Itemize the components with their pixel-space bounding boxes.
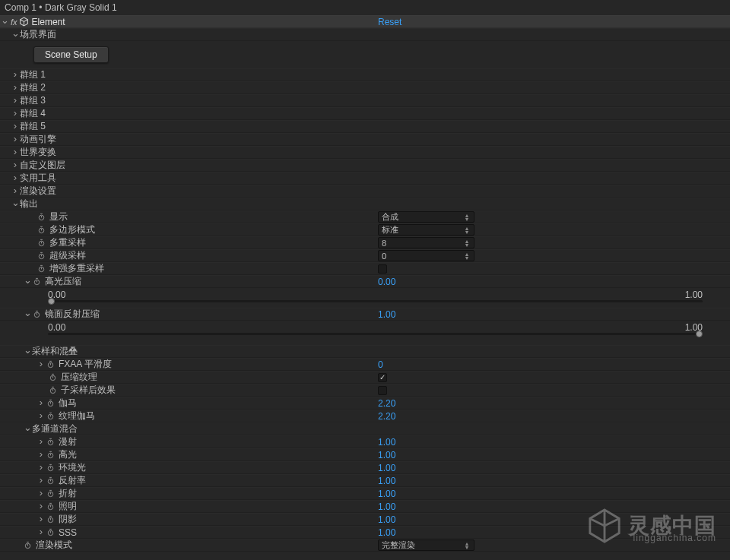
stopwatch-icon[interactable] <box>46 476 56 486</box>
collapse-anim-engine[interactable] <box>11 134 20 145</box>
section-scene: 场景界面 <box>20 28 56 41</box>
stopwatch-icon[interactable] <box>46 450 56 460</box>
select-display[interactable]: 合成▲▼ <box>378 211 474 223</box>
value-specular[interactable]: 1.00 <box>378 450 395 460</box>
collapse-group4[interactable] <box>11 108 20 119</box>
collapse-specular[interactable] <box>36 449 46 460</box>
value-diffuse[interactable]: 1.00 <box>378 437 395 448</box>
stopwatch-icon[interactable] <box>32 277 42 286</box>
stopwatch-icon[interactable] <box>36 264 46 274</box>
group-4: 群组 4 <box>20 107 46 120</box>
stopwatch-icon[interactable] <box>46 463 56 473</box>
breadcrumb: Comp 1 • Dark Gray Solid 1 <box>0 0 730 15</box>
collapse-scene[interactable] <box>11 29 20 40</box>
collapse-specular-comp[interactable] <box>23 308 32 320</box>
collapse-shadow[interactable] <box>36 514 46 525</box>
stopwatch-icon[interactable] <box>46 398 56 408</box>
value-fxaa[interactable]: 0 <box>378 359 383 370</box>
select-multisample[interactable]: 8▲▼ <box>378 237 474 248</box>
value-illum[interactable]: 1.00 <box>378 501 395 512</box>
section-output: 输出 <box>20 198 38 210</box>
collapse-tex-gamma[interactable] <box>36 410 46 422</box>
value-reflect[interactable]: 1.00 <box>378 476 395 486</box>
label-diffuse: 漫射 <box>59 435 77 448</box>
slider-specular-comp[interactable] <box>48 333 703 335</box>
checkbox-subsample[interactable] <box>378 386 387 395</box>
stopwatch-icon[interactable] <box>46 527 56 537</box>
group-1: 群组 1 <box>20 68 46 81</box>
collapse-group5[interactable] <box>11 121 20 132</box>
stopwatch-icon[interactable] <box>36 251 46 261</box>
label-illum: 照明 <box>59 500 77 513</box>
collapse-ambient[interactable] <box>36 462 46 473</box>
label-render-mode: 渲染模式 <box>36 539 72 552</box>
collapse-group1[interactable] <box>11 69 20 81</box>
label-highlight-comp: 高光压缩 <box>45 275 81 288</box>
value-sss[interactable]: 1.00 <box>378 527 395 538</box>
stopwatch-icon[interactable] <box>46 514 56 524</box>
collapse-reflect[interactable] <box>36 475 46 486</box>
stopwatch-icon[interactable] <box>46 411 56 421</box>
scene-setup-button[interactable]: Scene Setup <box>33 46 109 63</box>
select-render-mode[interactable]: 完整渲染▲▼ <box>378 539 474 551</box>
value-ambient[interactable]: 1.00 <box>378 463 395 473</box>
collapse-custom-layers[interactable] <box>11 160 20 171</box>
stopwatch-icon[interactable] <box>48 385 58 395</box>
collapse-refract[interactable] <box>36 488 46 499</box>
stopwatch-icon[interactable] <box>48 372 58 382</box>
label-gamma: 伽马 <box>59 397 77 410</box>
value-highlight-comp[interactable]: 0.00 <box>378 277 395 287</box>
slider-thumb[interactable] <box>696 331 703 337</box>
collapse-diffuse[interactable] <box>36 436 46 448</box>
collapse-multipass[interactable] <box>23 423 32 435</box>
fx-icon: fx <box>11 17 17 27</box>
collapse-render-settings[interactable] <box>11 185 20 197</box>
collapse-sss[interactable] <box>36 527 46 538</box>
stopwatch-icon[interactable] <box>46 489 56 498</box>
group-world-transform: 世界变换 <box>20 146 56 159</box>
stopwatch-icon[interactable] <box>36 212 46 222</box>
group-custom-layers: 自定义图层 <box>20 159 65 172</box>
collapse-group3[interactable] <box>11 95 20 106</box>
stopwatch-icon[interactable] <box>46 359 56 369</box>
collapse-sampling[interactable] <box>23 346 32 357</box>
value-gamma[interactable]: 2.20 <box>378 398 395 409</box>
label-refract: 折射 <box>59 487 77 500</box>
value-refract[interactable]: 1.00 <box>378 489 395 499</box>
select-polymode[interactable]: 标准▲▼ <box>378 224 474 236</box>
collapse-gamma[interactable] <box>36 397 46 409</box>
value-tex-gamma[interactable]: 2.20 <box>378 411 395 422</box>
stopwatch-icon[interactable] <box>36 238 46 248</box>
collapse-highlight-comp[interactable] <box>23 276 32 287</box>
collapse-group2[interactable] <box>11 82 20 93</box>
label-specular: 高光 <box>59 448 77 461</box>
slider-max: 1.00 <box>685 289 703 300</box>
slider-thumb[interactable] <box>48 298 55 305</box>
collapse-util[interactable] <box>11 172 20 184</box>
reset-link[interactable]: Reset <box>378 17 402 27</box>
label-shadow: 阴影 <box>59 513 77 526</box>
collapse-output[interactable] <box>11 198 20 210</box>
chevron-down-icon: ▲▼ <box>463 540 471 550</box>
label-multisample: 多重采样 <box>49 236 86 249</box>
stopwatch-icon[interactable] <box>36 225 46 235</box>
collapse-effect[interactable] <box>0 16 9 27</box>
checkbox-comp-tex[interactable] <box>378 373 387 382</box>
value-specular-comp[interactable]: 1.00 <box>378 309 395 320</box>
slider-min: 0.00 <box>48 322 65 333</box>
select-supersample[interactable]: 0▲▼ <box>378 250 474 261</box>
stopwatch-icon[interactable] <box>46 437 56 447</box>
value-shadow[interactable]: 1.00 <box>378 514 395 525</box>
checkbox-enhance-ms[interactable] <box>378 264 387 274</box>
stopwatch-icon[interactable] <box>23 540 33 550</box>
label-tex-gamma: 纹理伽马 <box>59 410 95 422</box>
stopwatch-icon[interactable] <box>32 309 42 319</box>
group-anim-engine: 动画引擎 <box>20 133 56 146</box>
collapse-world-transform[interactable] <box>11 147 20 158</box>
label-fxaa: FXAA 平滑度 <box>59 358 112 371</box>
section-multipass: 多通道混合 <box>32 422 78 435</box>
collapse-fxaa[interactable] <box>36 359 46 370</box>
collapse-illum[interactable] <box>36 501 46 512</box>
stopwatch-icon[interactable] <box>46 501 56 511</box>
slider-highlight-comp[interactable] <box>48 300 703 302</box>
